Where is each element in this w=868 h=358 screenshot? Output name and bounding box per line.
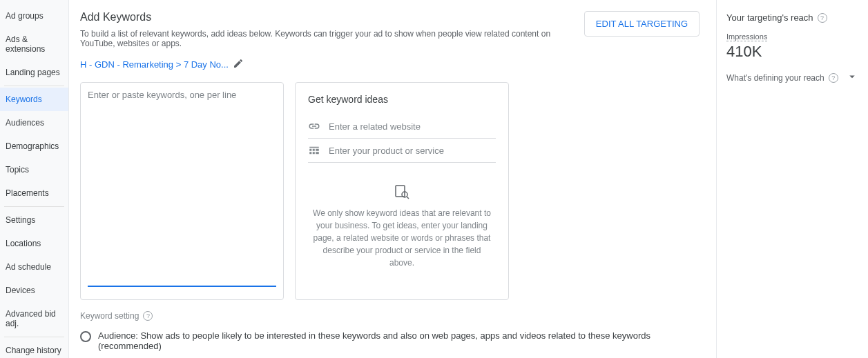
sidebar-item-audiences[interactable]: Audiences (0, 111, 68, 135)
help-icon[interactable]: ? (829, 73, 838, 83)
help-icon[interactable]: ? (818, 13, 827, 23)
keyword-setting-label: Keyword setting ? (80, 311, 700, 321)
defining-reach-toggle[interactable]: What's defining your reach ? (726, 70, 858, 85)
keyword-ideas-title: Get keyword ideas (308, 94, 496, 105)
page-description: To build a list of relevant keywords, ad… (80, 29, 584, 48)
sidebar-item-demographics[interactable]: Demographics (0, 135, 68, 158)
grid-icon (308, 144, 320, 157)
sidebar-item-placements[interactable]: Placements (0, 181, 68, 205)
keyword-ideas-empty-text: We only show keyword ideas that are rele… (308, 207, 496, 269)
sidebar-item-advanced-bid-adj-[interactable]: Advanced bid adj. (0, 302, 68, 335)
keyword-ideas-card: Get keyword ideas (295, 82, 509, 300)
radio-audience[interactable]: Audience: Show ads to people likely to b… (80, 330, 700, 351)
link-icon (308, 120, 320, 132)
impressions-label: Impressions (726, 32, 767, 41)
sidebar: Ad groupsAds & extensionsLanding pagesKe… (0, 0, 69, 358)
sidebar-divider (4, 206, 64, 207)
sidebar-divider (4, 86, 64, 86)
keywords-textarea[interactable] (88, 90, 276, 279)
defining-reach-label: What's defining your reach (726, 73, 824, 83)
edit-breadcrumb-icon[interactable] (233, 58, 244, 71)
edit-all-targeting-button[interactable]: EDIT ALL TARGETING (584, 11, 700, 37)
reach-title: Your targeting's reach (726, 12, 813, 23)
related-website-input[interactable] (329, 121, 496, 132)
chevron-down-icon (846, 70, 858, 85)
sidebar-item-ad-groups[interactable]: Ad groups (0, 4, 68, 28)
sidebar-divider (4, 337, 64, 337)
main-content: Add Keywords To build a list of relevant… (69, 0, 716, 358)
sidebar-item-ads-extensions[interactable]: Ads & extensions (0, 28, 68, 61)
help-icon[interactable]: ? (143, 311, 153, 321)
product-service-input[interactable] (329, 146, 496, 156)
svg-line-2 (407, 197, 409, 199)
search-page-icon (394, 183, 410, 200)
sidebar-item-change-history[interactable]: Change history (0, 339, 68, 358)
sidebar-item-locations[interactable]: Locations (0, 232, 68, 255)
sidebar-item-landing-pages[interactable]: Landing pages (0, 61, 68, 84)
keywords-card (80, 82, 284, 300)
svg-rect-0 (396, 186, 405, 197)
sidebar-item-settings[interactable]: Settings (0, 208, 68, 232)
targeting-reach-panel: Your targeting's reach ? Impressions 410… (716, 0, 868, 358)
sidebar-item-topics[interactable]: Topics (0, 158, 68, 181)
breadcrumb[interactable]: H - GDN - Remarketing > 7 Day No... (80, 59, 229, 70)
radio-audience-label: Audience: Show ads to people likely to b… (98, 330, 700, 351)
impressions-value: 410K (726, 43, 858, 61)
sidebar-item-ad-schedule[interactable]: Ad schedule (0, 255, 68, 279)
page-title: Add Keywords (80, 11, 584, 23)
sidebar-item-devices[interactable]: Devices (0, 279, 68, 302)
textarea-focus-underline (88, 286, 276, 287)
sidebar-item-keywords[interactable]: Keywords (0, 88, 68, 111)
radio-button-audience[interactable] (80, 331, 91, 342)
